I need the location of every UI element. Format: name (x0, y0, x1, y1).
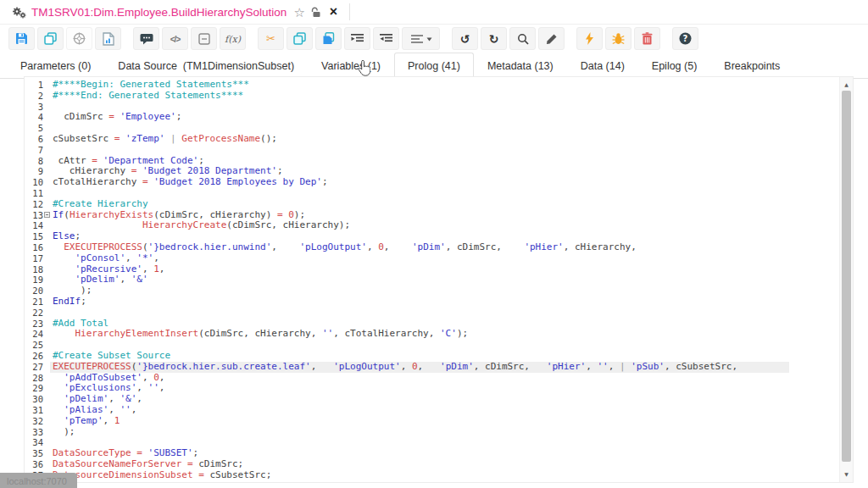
fold-marker-icon[interactable] (44, 212, 50, 218)
line-number[interactable]: 11 (25, 188, 43, 199)
line-number[interactable]: 2 (25, 91, 43, 102)
code-line[interactable]: 19 'pDelim', '&' (25, 274, 839, 286)
line-number[interactable]: 17 (25, 253, 43, 264)
code-pane[interactable]: 1#****Begin: Generated Statements***2#**… (25, 77, 839, 482)
tab-data-source[interactable]: Data Source (TM1DimensionSubset) (104, 53, 308, 78)
line-number[interactable]: 16 (25, 242, 43, 253)
help-button[interactable]: ? (672, 27, 698, 50)
scroll-up-arrow[interactable]: ▲ (840, 78, 853, 90)
edit-button[interactable] (538, 27, 565, 50)
function-button[interactable]: f(x) (220, 27, 246, 50)
line-number[interactable]: 1 (25, 80, 43, 91)
line-number[interactable]: 32 (25, 416, 43, 427)
vertical-scrollbar[interactable]: ▲ ▼ (839, 77, 853, 482)
code-text: 'pAlias', '', (50, 405, 789, 416)
code-line[interactable]: 6cSubsetSrc = 'zTemp' | GetProcessName()… (25, 134, 839, 145)
paste-button[interactable] (315, 27, 342, 50)
tab-parameters[interactable]: Parameters (0) (7, 53, 104, 78)
line-number[interactable]: 29 (25, 383, 43, 394)
redo-icon: ↻ (489, 32, 499, 46)
code-line[interactable]: 33 ); (25, 427, 839, 438)
line-number[interactable]: 33 (25, 427, 43, 438)
copy-object-button[interactable] (37, 27, 64, 50)
duplicate-button[interactable] (287, 27, 313, 50)
code-line[interactable]: 30 'pDelim', '&', (25, 394, 839, 405)
code-line[interactable]: 29 'pExclusions', '', (25, 383, 839, 394)
delete-button[interactable] (634, 27, 660, 50)
collapse-button[interactable] (191, 27, 217, 50)
line-number[interactable]: 22 (25, 308, 43, 319)
scroll-down-arrow[interactable]: ▼ (840, 468, 853, 480)
line-number[interactable]: 10 (25, 177, 43, 188)
code-line[interactable]: 4 cDimSrc = 'Employee'; (25, 112, 839, 123)
unlock-icon[interactable] (311, 7, 321, 18)
code-line[interactable]: 24 HierarchyElementInsert(cDimSrc, cHier… (25, 329, 839, 340)
line-number[interactable]: 26 (25, 351, 43, 362)
code-line[interactable]: 21EndIf; (25, 297, 839, 308)
fold-gutter (43, 199, 50, 210)
fold-gutter (43, 405, 50, 416)
line-number[interactable]: 19 (25, 274, 43, 286)
search-button[interactable] (509, 27, 536, 50)
code-view-button[interactable]: </> (162, 27, 188, 50)
comment-button[interactable] (133, 27, 159, 50)
line-number[interactable]: 34 (25, 437, 43, 448)
line-number[interactable]: 13 (25, 210, 43, 221)
line-number[interactable]: 9 (25, 166, 43, 177)
format-menu-button[interactable] (402, 27, 440, 50)
line-number[interactable]: 30 (25, 394, 43, 405)
code-line[interactable]: 10cTotalHierarchy = 'Budget 2018 Employe… (25, 177, 839, 188)
cut-button[interactable]: ✂ (258, 27, 284, 50)
line-number[interactable]: 23 (25, 319, 43, 330)
run-button[interactable] (576, 27, 603, 50)
line-number[interactable]: 31 (25, 405, 43, 416)
line-number[interactable]: 20 (25, 286, 43, 297)
fold-gutter (43, 156, 50, 167)
tab-epilog[interactable]: Epilog (5) (638, 53, 711, 78)
line-number[interactable]: 28 (25, 373, 43, 384)
tab-variables[interactable]: Variables (1) (308, 53, 394, 78)
file-stats-button[interactable] (95, 27, 121, 50)
line-number[interactable]: 15 (25, 231, 43, 242)
code-line[interactable]: 37DatasourceDimensionSubset = cSubsetSrc… (25, 470, 839, 481)
code-line[interactable]: 2#****End: Generated Statements**** (25, 91, 839, 102)
line-number[interactable]: 4 (25, 112, 43, 123)
outdent-button[interactable] (373, 27, 399, 50)
line-number[interactable]: 25 (25, 340, 43, 351)
tab-breakpoints[interactable]: Breakpoints (710, 53, 793, 78)
tab-prolog[interactable]: Prolog (41) (394, 53, 474, 79)
line-number[interactable]: 36 (25, 459, 43, 470)
debug-button[interactable] (605, 27, 632, 50)
line-number[interactable]: 7 (25, 145, 43, 156)
code-line[interactable]: 31 'pAlias', '', (25, 405, 839, 416)
line-number[interactable]: 8 (25, 156, 43, 167)
code-line[interactable]: 17 'pConsol', '*', (25, 253, 839, 264)
line-number[interactable]: 3 (25, 102, 43, 113)
scrollbar-thumb[interactable] (842, 91, 851, 462)
line-number[interactable]: 14 (25, 220, 43, 231)
code-line[interactable]: 22 (25, 308, 839, 319)
redo-button[interactable]: ↻ (481, 27, 507, 50)
line-number[interactable]: 35 (25, 448, 43, 459)
line-number[interactable]: 6 (25, 134, 43, 145)
line-number[interactable]: 5 (25, 123, 43, 134)
code-line[interactable]: 14 HierarchyCreate(cDimSrc, cHierarchy); (25, 220, 839, 231)
globe-button[interactable] (66, 27, 92, 50)
code-line[interactable]: 20 ); (25, 286, 839, 297)
tab-data[interactable]: Data (14) (567, 53, 638, 78)
undo-button[interactable]: ↺ (452, 27, 478, 50)
line-number[interactable]: 18 (25, 264, 43, 275)
close-tab-icon[interactable]: × (330, 5, 337, 19)
save-button[interactable] (8, 27, 35, 50)
code-line[interactable]: 27EXECUTEPROCESS('}bedrock.hier.sub.crea… (25, 362, 839, 373)
favorite-star-icon[interactable]: ☆ (293, 6, 304, 19)
line-number[interactable]: 24 (25, 329, 43, 340)
indent-button[interactable] (344, 27, 370, 50)
line-number[interactable]: 21 (25, 297, 43, 308)
code-editor[interactable]: 1#****Begin: Generated Statements***2#**… (24, 76, 854, 483)
line-number[interactable]: 12 (25, 199, 43, 210)
code-line[interactable]: 32 'pTemp', 1 (25, 416, 839, 427)
line-number[interactable]: 27 (25, 362, 43, 373)
tab-metadata[interactable]: Metadata (13) (474, 53, 567, 78)
code-text: 'pTemp', 1 (50, 416, 789, 427)
